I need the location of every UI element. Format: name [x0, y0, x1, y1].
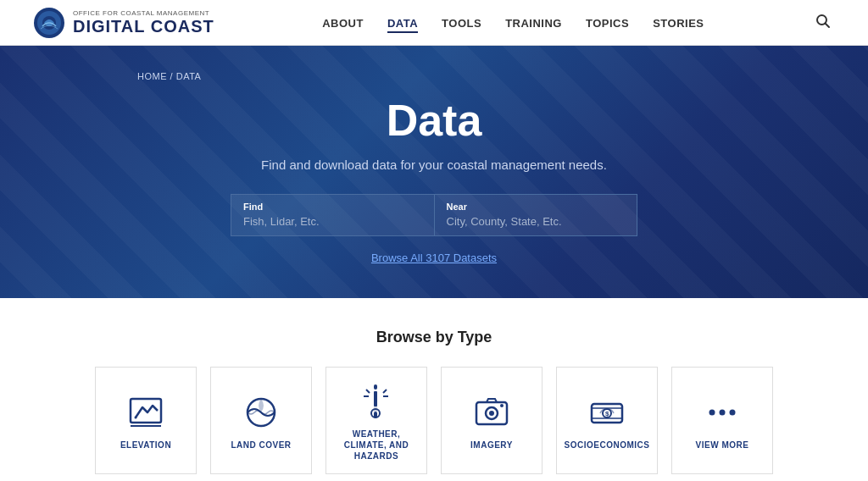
find-section: Find: [231, 195, 434, 235]
card-view-more[interactable]: VIEW MORE: [671, 367, 773, 474]
nav-link-training[interactable]: TRAINING: [505, 17, 562, 30]
svg-point-28: [720, 410, 726, 416]
breadcrumb: HOME / DATA: [137, 71, 201, 81]
svg-line-16: [366, 390, 370, 393]
imagery-icon: [473, 394, 510, 431]
svg-line-17: [383, 390, 387, 393]
nav-link-about[interactable]: ABOUT: [322, 17, 364, 30]
svg-text:$: $: [605, 410, 609, 417]
search-icon: [815, 14, 831, 29]
svg-rect-12: [374, 391, 377, 406]
page-title: Data: [387, 95, 482, 146]
nav-item-training[interactable]: TRAINING: [505, 15, 562, 30]
search-button[interactable]: [812, 10, 834, 35]
nav-link-stories[interactable]: STORIES: [653, 17, 704, 30]
view-more-label: VIEW MORE: [696, 440, 749, 451]
navbar: OFFICE FOR COASTAL MANAGEMENT DIGITAL CO…: [0, 0, 868, 46]
svg-point-20: [489, 411, 494, 416]
hero-content: HOME / DATA Data Find and download data …: [137, 71, 731, 264]
svg-rect-9: [374, 384, 377, 390]
nav-link-data[interactable]: DATA: [387, 17, 418, 33]
noaa-logo-icon: [34, 8, 64, 38]
nav-link-topics[interactable]: TOPICS: [586, 17, 629, 30]
browse-section: Browse by Type ELEVATION LAND COVER: [0, 298, 868, 481]
hero-subtitle: Find and download data for your coastal …: [261, 158, 607, 172]
card-socioeconomics[interactable]: $ SOCIOECONOMICS: [556, 367, 658, 474]
breadcrumb-home[interactable]: HOME: [137, 71, 167, 81]
land-cover-label: LAND COVER: [231, 440, 291, 451]
office-label: OFFICE FOR COASTAL MANAGEMENT: [73, 9, 214, 18]
brand-name: DIGITAL COAST: [73, 17, 214, 36]
socioeconomics-icon: $: [588, 394, 626, 431]
nav-item-about[interactable]: ABOUT: [322, 15, 364, 30]
nav-link-tools[interactable]: TOOLS: [442, 17, 481, 30]
near-label: Near: [447, 202, 626, 212]
svg-point-29: [730, 410, 736, 416]
elevation-label: ELEVATION: [120, 440, 171, 451]
cards-row: ELEVATION LAND COVER: [95, 367, 773, 474]
more-icon: [704, 394, 741, 431]
find-input[interactable]: [243, 215, 422, 228]
weather-icon: [358, 383, 395, 420]
socioeconomics-label: SOCIOECONOMICS: [565, 440, 650, 451]
browse-all-link[interactable]: Browse All 3107 Datasets: [371, 252, 497, 264]
breadcrumb-current: DATA: [176, 71, 202, 81]
svg-point-6: [135, 417, 137, 419]
weather-label: WEATHER, CLIMATE, AND HAZARDS: [335, 428, 418, 462]
card-elevation[interactable]: ELEVATION: [95, 367, 197, 474]
find-label: Find: [243, 202, 422, 212]
card-imagery[interactable]: IMAGERY: [441, 367, 542, 474]
nav-item-data[interactable]: DATA: [387, 15, 418, 30]
nav-item-stories[interactable]: STORIES: [653, 15, 704, 30]
logo-text: OFFICE FOR COASTAL MANAGEMENT DIGITAL CO…: [73, 9, 214, 36]
card-land-cover[interactable]: LAND COVER: [210, 367, 312, 474]
breadcrumb-separator: /: [170, 71, 174, 81]
land-cover-icon: [242, 394, 280, 431]
svg-point-27: [709, 410, 715, 416]
hero-section: HOME / DATA Data Find and download data …: [0, 46, 868, 298]
logo[interactable]: OFFICE FOR COASTAL MANAGEMENT DIGITAL CO…: [34, 8, 214, 38]
elevation-icon: [127, 394, 164, 431]
near-section: Near: [434, 195, 637, 235]
search-bar: Find Near: [231, 194, 637, 236]
card-weather[interactable]: WEATHER, CLIMATE, AND HAZARDS: [326, 367, 427, 474]
nav-item-topics[interactable]: TOPICS: [586, 15, 629, 30]
browse-title: Browse by Type: [376, 329, 492, 346]
svg-point-21: [500, 404, 504, 407]
svg-line-4: [825, 24, 829, 28]
nav-links: ABOUT DATA TOOLS TRAINING TOPICS STORIES: [322, 15, 704, 30]
nav-item-tools[interactable]: TOOLS: [442, 15, 481, 30]
imagery-label: IMAGERY: [470, 440, 513, 451]
near-input[interactable]: [447, 215, 626, 228]
